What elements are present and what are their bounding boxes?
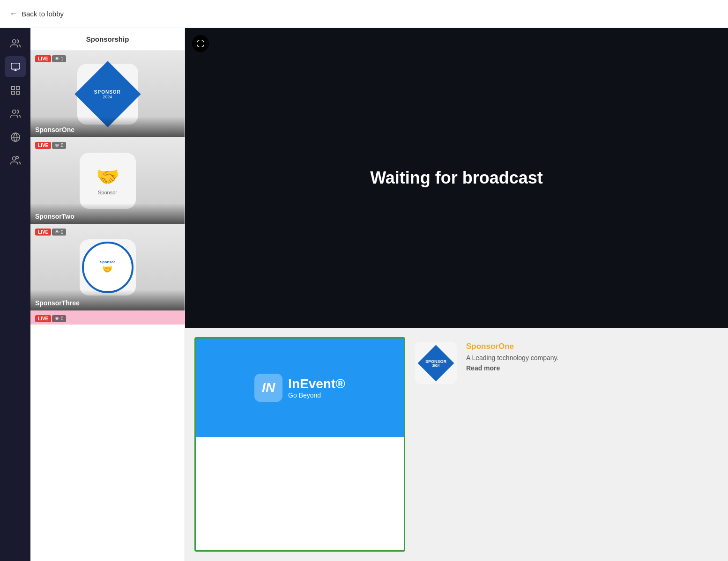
sidebar-item-screen[interactable] <box>5 56 26 77</box>
main-layout: Sponsorship LIVE 👁 1 SPONSOR 2024 <box>0 0 728 561</box>
back-to-lobby-button[interactable]: ← Back to lobby <box>9 9 64 19</box>
sponsor-panel-title: Sponsorship <box>30 28 185 51</box>
sponsor-item-one[interactable]: LIVE 👁 1 SPONSOR 2024 SponsorOne <box>30 51 185 137</box>
svg-point-0 <box>12 39 15 43</box>
banner-card[interactable]: IN InEvent® Go Beyond <box>194 337 405 552</box>
inevent-text: InEvent® Go Beyond <box>288 376 345 399</box>
sponsor-info-diamond: SPONSOR 2024 <box>417 345 454 381</box>
sponsor-info-section: SPONSOR 2024 SponsorOne A Leading techno… <box>415 337 558 552</box>
waiting-for-broadcast-text: Waiting for broadcast <box>370 168 543 188</box>
svg-rect-3 <box>16 86 19 89</box>
svg-rect-2 <box>11 86 14 89</box>
sponsor-info-diamond-inner: SPONSOR 2024 <box>425 359 446 367</box>
banner-image: IN InEvent® Go Beyond <box>196 339 404 437</box>
sidebar-item-grid[interactable] <box>5 80 26 101</box>
sponsor-panel: Sponsorship LIVE 👁 1 SPONSOR 2024 <box>30 28 185 561</box>
view-count-one: 👁 1 <box>52 55 66 62</box>
sidebar <box>0 28 30 561</box>
back-arrow-icon: ← <box>9 9 18 19</box>
sponsor-item-two[interactable]: LIVE 👁 0 🤝 Sponsor SponsorTwo <box>30 137 185 224</box>
svg-rect-5 <box>16 91 19 94</box>
sponsor-info-description: A Leading technology company. <box>466 354 558 362</box>
live-badge-four: LIVE <box>35 315 51 322</box>
top-bar: ← Back to lobby <box>0 0 728 28</box>
sponsor-one-name: SponsorOne <box>35 126 180 133</box>
sponsor-three-box: Sponsor 🤝 <box>80 239 136 295</box>
sidebar-item-globe[interactable] <box>5 126 26 148</box>
sidebar-item-group[interactable] <box>5 150 26 171</box>
bottom-info: IN InEvent® Go Beyond SPONSOR 2024 <box>185 328 728 561</box>
handshake-icon: 🤝 <box>96 166 119 188</box>
sponsor-item-four[interactable]: LIVE 👁 0 <box>30 310 185 325</box>
svg-point-6 <box>12 110 15 113</box>
video-area: Waiting for broadcast <box>185 28 728 328</box>
svg-rect-1 <box>11 63 19 69</box>
tagline: Go Beyond <box>288 391 345 399</box>
sponsor-three-overlay: SponsorThree <box>30 290 185 310</box>
sponsor-two-overlay: SponsorTwo <box>30 203 185 224</box>
badge-logo: Sponsor 🤝 <box>82 242 134 293</box>
sponsor-two-name: SponsorTwo <box>35 213 180 220</box>
back-to-lobby-label: Back to lobby <box>22 10 64 18</box>
svg-point-9 <box>15 156 18 159</box>
sponsor-three-name: SponsorThree <box>35 299 180 307</box>
sponsor-two-box: 🤝 Sponsor <box>80 153 136 209</box>
sidebar-item-community[interactable] <box>5 103 26 124</box>
live-badge-one: LIVE <box>35 55 51 62</box>
sponsor-details: SponsorOne A Leading technology company.… <box>466 342 558 372</box>
sidebar-item-people[interactable] <box>5 33 26 54</box>
sponsor-info-icon-box: SPONSOR 2024 <box>415 342 457 384</box>
fullscreen-button[interactable] <box>192 35 209 52</box>
live-badge-three: LIVE <box>35 229 51 236</box>
sponsor-two-text: Sponsor <box>98 190 117 195</box>
view-count-two: 👁 0 <box>52 142 66 149</box>
svg-rect-4 <box>11 91 14 94</box>
sponsor-item-three[interactable]: LIVE 👁 0 Sponsor 🤝 SponsorThree <box>30 224 185 310</box>
sponsor-one-overlay: SponsorOne <box>30 117 185 137</box>
content-area: Waiting for broadcast IN InEvent® Go Bey… <box>185 28 728 561</box>
live-badge-two: LIVE <box>35 142 51 149</box>
view-count-three: 👁 0 <box>52 229 66 236</box>
svg-point-8 <box>12 156 15 160</box>
inevent-icon: IN <box>254 374 282 402</box>
view-count-four: 👁 0 <box>52 315 66 322</box>
banner-footer <box>196 437 404 465</box>
inevent-logo: IN InEvent® Go Beyond <box>254 374 345 402</box>
sponsor-info-name[interactable]: SponsorOne <box>466 342 558 351</box>
brand-name: InEvent® <box>288 376 345 391</box>
read-more-link[interactable]: Read more <box>466 364 558 372</box>
